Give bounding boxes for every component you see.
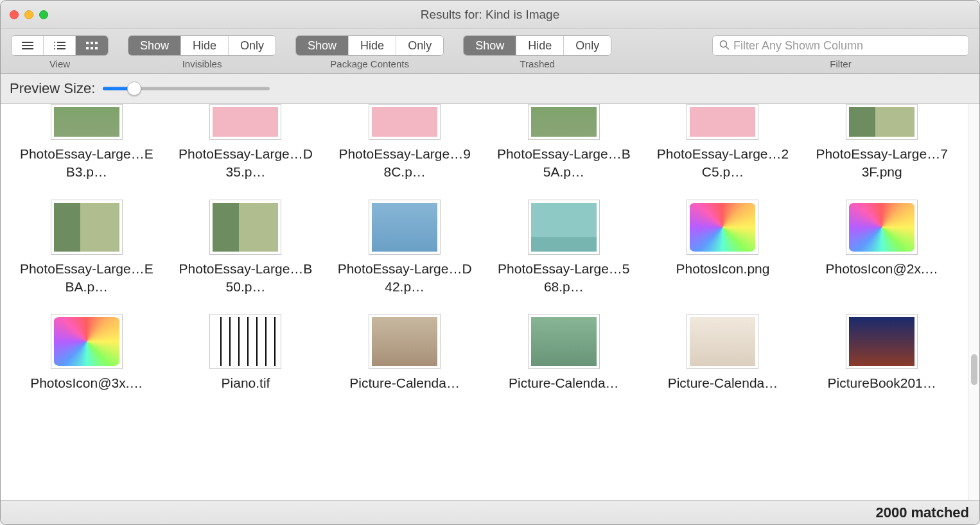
search-icon	[719, 40, 730, 52]
thumbnail-image	[54, 203, 119, 252]
view-segment	[11, 35, 109, 56]
package-group: Show Hide Only Package Contents	[295, 35, 444, 69]
file-thumbnail	[846, 314, 918, 369]
thumbnail-image	[54, 107, 119, 137]
file-grid: PhotoEssay-Large…EB3.p…PhotoEssay-Large……	[7, 104, 961, 393]
file-name: PhotoEssay-Large…568.p…	[496, 260, 631, 297]
detail-list-icon	[53, 40, 67, 51]
filter-group: Filter	[712, 35, 969, 69]
list-icon	[21, 40, 35, 51]
package-label: Package Contents	[330, 58, 409, 69]
file-name: PhotoEssay-Large…B5A.p…	[496, 145, 631, 182]
scrollbar[interactable]	[968, 104, 979, 500]
svg-rect-14	[95, 47, 98, 49]
svg-point-7	[54, 48, 55, 49]
thumbnail-image	[54, 317, 119, 366]
file-item[interactable]: PhotosIcon@2x.…	[802, 200, 961, 297]
view-list-button[interactable]	[12, 36, 44, 55]
file-name: PhotoEssay-Large…73F.png	[814, 145, 949, 182]
toolbar: View Show Hide Only Invisibles Show Hide…	[1, 29, 979, 74]
invisibles-segment: Show Hide Only	[128, 35, 276, 56]
file-item[interactable]: PhotoEssay-Large…73F.png	[802, 104, 961, 182]
file-name: PhotoEssay-Large…D35.p…	[178, 145, 313, 182]
minimize-button[interactable]	[24, 10, 33, 19]
file-thumbnail	[528, 200, 600, 255]
thumbnail-image	[849, 317, 914, 366]
svg-rect-9	[86, 42, 89, 44]
filter-field[interactable]	[712, 35, 969, 56]
file-item[interactable]: PhotoEssay-Large…EB3.p…	[7, 104, 166, 182]
file-name: PhotosIcon@3x.…	[30, 374, 143, 392]
invisibles-label: Invisibles	[182, 58, 222, 69]
file-thumbnail	[369, 200, 441, 255]
invisibles-hide-button[interactable]: Hide	[181, 36, 229, 55]
trashed-label: Trashed	[520, 58, 554, 69]
file-item[interactable]: Picture-Calenda…	[325, 314, 484, 392]
file-item[interactable]: Piano.tif	[166, 314, 326, 392]
content-area[interactable]: PhotoEssay-Large…EB3.p…PhotoEssay-Large……	[1, 104, 968, 500]
file-name: Piano.tif	[222, 374, 270, 392]
preview-size-bar: Preview Size:	[1, 74, 979, 104]
thumbnail-image	[213, 107, 278, 137]
filter-label: Filter	[830, 58, 851, 69]
file-item[interactable]: Picture-Calenda…	[643, 314, 803, 392]
file-thumbnail	[687, 104, 758, 140]
close-button[interactable]	[10, 10, 19, 19]
thumbnail-image	[690, 317, 755, 366]
file-item[interactable]: PictureBook201…	[802, 314, 961, 392]
svg-rect-13	[91, 47, 93, 49]
thumbnail-image	[213, 203, 278, 252]
thumbnail-image	[531, 107, 597, 137]
svg-rect-10	[91, 42, 93, 44]
file-name: PhotoEssay-Large…98C.p…	[337, 145, 472, 182]
thumbnail-image	[849, 203, 914, 252]
svg-rect-12	[86, 47, 89, 49]
svg-point-3	[54, 42, 55, 43]
thumbnail-image	[372, 203, 437, 252]
thumbnail-image	[531, 203, 597, 252]
file-item[interactable]: PhotoEssay-Large…D42.p…	[325, 200, 484, 297]
file-item[interactable]: PhotoEssay-Large…B5A.p…	[484, 104, 643, 182]
zoom-button[interactable]	[39, 10, 48, 19]
file-thumbnail	[51, 200, 123, 255]
view-label: View	[49, 58, 70, 69]
package-segment: Show Hide Only	[295, 35, 444, 56]
window-title: Results for: Kind is Image	[1, 8, 979, 22]
file-thumbnail	[846, 104, 918, 140]
file-item[interactable]: PhotoEssay-Large…D35.p…	[166, 104, 326, 182]
file-name: Picture-Calenda…	[349, 374, 460, 392]
package-hide-button[interactable]: Hide	[349, 36, 396, 55]
filter-input[interactable]	[733, 39, 962, 53]
invisibles-show-button[interactable]: Show	[128, 36, 181, 55]
slider-thumb[interactable]	[127, 82, 141, 96]
trashed-show-button[interactable]: Show	[464, 36, 516, 55]
thumbnail-image	[690, 203, 755, 252]
file-name: PictureBook201…	[828, 374, 936, 392]
file-item[interactable]: PhotosIcon.png	[643, 200, 803, 297]
file-item[interactable]: PhotoEssay-Large…B50.p…	[166, 200, 326, 297]
thumbnail-image	[372, 317, 437, 366]
trashed-segment: Show Hide Only	[463, 35, 611, 56]
file-item[interactable]: PhotoEssay-Large…2C5.p…	[643, 104, 803, 182]
content-wrap: PhotoEssay-Large…EB3.p…PhotoEssay-Large……	[1, 104, 979, 500]
thumbnail-image	[690, 107, 755, 137]
file-item[interactable]: Picture-Calenda…	[484, 314, 643, 392]
invisibles-only-button[interactable]: Only	[229, 36, 276, 55]
file-item[interactable]: PhotoEssay-Large…568.p…	[484, 200, 643, 297]
package-only-button[interactable]: Only	[396, 36, 443, 55]
file-item[interactable]: PhotoEssay-Large…98C.p…	[325, 104, 484, 182]
svg-point-5	[54, 45, 55, 46]
file-thumbnail	[209, 200, 281, 255]
thumbnail-image	[849, 107, 914, 137]
preview-size-slider[interactable]	[103, 82, 270, 96]
scrollbar-thumb[interactable]	[971, 354, 977, 385]
trashed-hide-button[interactable]: Hide	[516, 36, 564, 55]
view-detail-button[interactable]	[44, 36, 76, 55]
file-item[interactable]: PhotosIcon@3x.…	[7, 314, 166, 392]
view-grid-button[interactable]	[76, 36, 108, 55]
trashed-only-button[interactable]: Only	[564, 36, 611, 55]
titlebar: Results for: Kind is Image	[1, 1, 979, 29]
file-thumbnail	[51, 314, 123, 369]
package-show-button[interactable]: Show	[296, 36, 349, 55]
file-item[interactable]: PhotoEssay-Large…EBA.p…	[7, 200, 166, 297]
